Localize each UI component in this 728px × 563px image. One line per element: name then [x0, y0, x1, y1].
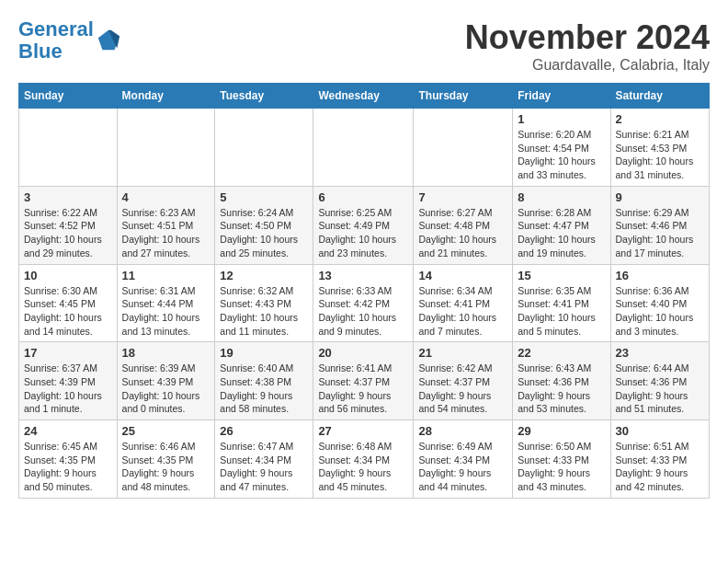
day-number: 12: [220, 269, 308, 282]
day-info: Sunrise: 6:28 AM Sunset: 4:47 PM Dayligh…: [518, 206, 605, 260]
column-header-sunday: Sunday: [19, 84, 118, 109]
column-header-saturday: Saturday: [610, 84, 710, 109]
day-number: 4: [122, 190, 210, 204]
day-cell: [414, 109, 513, 187]
day-cell: 17Sunrise: 6:37 AM Sunset: 4:39 PM Dayli…: [19, 342, 118, 420]
day-info: Sunrise: 6:34 AM Sunset: 4:41 PM Dayligh…: [418, 284, 507, 339]
day-info: Sunrise: 6:47 AM Sunset: 4:34 PM Dayligh…: [220, 440, 308, 494]
day-number: 28: [418, 424, 507, 438]
day-number: 29: [518, 424, 605, 438]
day-cell: 27Sunrise: 6:48 AM Sunset: 4:34 PM Dayli…: [313, 420, 414, 499]
week-row-1: 1Sunrise: 6:20 AM Sunset: 4:54 PM Daylig…: [19, 109, 710, 187]
day-cell: 6Sunrise: 6:25 AM Sunset: 4:49 PM Daylig…: [313, 186, 414, 264]
day-cell: 24Sunrise: 6:45 AM Sunset: 4:35 PM Dayli…: [19, 420, 118, 499]
day-info: Sunrise: 6:39 AM Sunset: 4:39 PM Dayligh…: [122, 362, 210, 416]
day-cell: 18Sunrise: 6:39 AM Sunset: 4:39 PM Dayli…: [117, 342, 215, 420]
day-info: Sunrise: 6:29 AM Sunset: 4:46 PM Dayligh…: [616, 206, 705, 260]
day-info: Sunrise: 6:24 AM Sunset: 4:50 PM Dayligh…: [220, 206, 308, 260]
day-info: Sunrise: 6:32 AM Sunset: 4:43 PM Dayligh…: [220, 284, 308, 339]
month-title: November 2024: [465, 18, 710, 57]
week-row-5: 24Sunrise: 6:45 AM Sunset: 4:35 PM Dayli…: [19, 420, 710, 499]
day-info: Sunrise: 6:41 AM Sunset: 4:37 PM Dayligh…: [318, 362, 408, 416]
day-cell: 19Sunrise: 6:40 AM Sunset: 4:38 PM Dayli…: [215, 342, 313, 420]
day-info: Sunrise: 6:43 AM Sunset: 4:36 PM Dayligh…: [518, 362, 605, 416]
day-number: 15: [518, 269, 605, 282]
calendar-table: SundayMondayTuesdayWednesdayThursdayFrid…: [18, 83, 710, 499]
day-info: Sunrise: 6:30 AM Sunset: 4:45 PM Dayligh…: [24, 284, 112, 339]
logo: GeneralBlue: [18, 18, 121, 63]
day-cell: 21Sunrise: 6:42 AM Sunset: 4:37 PM Dayli…: [414, 342, 513, 420]
day-cell: 30Sunrise: 6:51 AM Sunset: 4:33 PM Dayli…: [610, 420, 710, 499]
day-info: Sunrise: 6:51 AM Sunset: 4:33 PM Dayligh…: [616, 440, 705, 494]
day-cell: 13Sunrise: 6:33 AM Sunset: 4:42 PM Dayli…: [313, 264, 414, 342]
week-row-3: 10Sunrise: 6:30 AM Sunset: 4:45 PM Dayli…: [19, 264, 710, 342]
title-block: November 2024 Guardavalle, Calabria, Ita…: [465, 18, 710, 74]
day-cell: 23Sunrise: 6:44 AM Sunset: 4:36 PM Dayli…: [610, 342, 710, 420]
day-number: 6: [318, 190, 408, 204]
day-number: 20: [318, 346, 408, 360]
day-info: Sunrise: 6:49 AM Sunset: 4:34 PM Dayligh…: [418, 440, 507, 494]
day-info: Sunrise: 6:37 AM Sunset: 4:39 PM Dayligh…: [24, 362, 112, 416]
day-info: Sunrise: 6:40 AM Sunset: 4:38 PM Dayligh…: [220, 362, 308, 416]
day-number: 8: [518, 190, 605, 204]
day-info: Sunrise: 6:42 AM Sunset: 4:37 PM Dayligh…: [418, 362, 507, 416]
day-info: Sunrise: 6:33 AM Sunset: 4:42 PM Dayligh…: [318, 284, 408, 339]
day-cell: 5Sunrise: 6:24 AM Sunset: 4:50 PM Daylig…: [215, 186, 313, 264]
day-info: Sunrise: 6:22 AM Sunset: 4:52 PM Dayligh…: [24, 206, 112, 260]
day-number: 26: [220, 424, 308, 438]
column-header-tuesday: Tuesday: [215, 84, 313, 109]
day-cell: 26Sunrise: 6:47 AM Sunset: 4:34 PM Dayli…: [215, 420, 313, 499]
day-cell: 16Sunrise: 6:36 AM Sunset: 4:40 PM Dayli…: [610, 264, 710, 342]
day-number: 30: [616, 424, 705, 438]
day-number: 27: [318, 424, 408, 438]
day-info: Sunrise: 6:48 AM Sunset: 4:34 PM Dayligh…: [318, 440, 408, 494]
day-number: 23: [616, 346, 705, 360]
column-header-thursday: Thursday: [414, 84, 513, 109]
location-title: Guardavalle, Calabria, Italy: [465, 57, 710, 74]
day-info: Sunrise: 6:44 AM Sunset: 4:36 PM Dayligh…: [616, 362, 705, 416]
day-cell: 2Sunrise: 6:21 AM Sunset: 4:53 PM Daylig…: [610, 109, 710, 187]
column-header-wednesday: Wednesday: [313, 84, 414, 109]
calendar-header-row: SundayMondayTuesdayWednesdayThursdayFrid…: [19, 84, 710, 109]
day-cell: 28Sunrise: 6:49 AM Sunset: 4:34 PM Dayli…: [414, 420, 513, 499]
day-info: Sunrise: 6:23 AM Sunset: 4:51 PM Dayligh…: [122, 206, 210, 260]
day-cell: 7Sunrise: 6:27 AM Sunset: 4:48 PM Daylig…: [414, 186, 513, 264]
day-info: Sunrise: 6:36 AM Sunset: 4:40 PM Dayligh…: [616, 284, 705, 339]
day-cell: 8Sunrise: 6:28 AM Sunset: 4:47 PM Daylig…: [513, 186, 610, 264]
week-row-2: 3Sunrise: 6:22 AM Sunset: 4:52 PM Daylig…: [19, 186, 710, 264]
day-number: 9: [616, 190, 705, 204]
day-cell: 25Sunrise: 6:46 AM Sunset: 4:35 PM Dayli…: [117, 420, 215, 499]
day-cell: 11Sunrise: 6:31 AM Sunset: 4:44 PM Dayli…: [117, 264, 215, 342]
day-info: Sunrise: 6:35 AM Sunset: 4:41 PM Dayligh…: [518, 284, 605, 339]
day-info: Sunrise: 6:50 AM Sunset: 4:33 PM Dayligh…: [518, 440, 605, 494]
logo-text: GeneralBlue: [18, 18, 94, 63]
day-number: 22: [518, 346, 605, 360]
day-number: 18: [122, 346, 210, 360]
day-number: 21: [418, 346, 507, 360]
page-header: GeneralBlue November 2024 Guardavalle, C…: [18, 18, 710, 74]
day-cell: [313, 109, 414, 187]
day-info: Sunrise: 6:20 AM Sunset: 4:54 PM Dayligh…: [518, 128, 605, 182]
logo-icon: [96, 28, 121, 53]
day-number: 19: [220, 346, 308, 360]
day-cell: 1Sunrise: 6:20 AM Sunset: 4:54 PM Daylig…: [513, 109, 610, 187]
day-cell: 14Sunrise: 6:34 AM Sunset: 4:41 PM Dayli…: [414, 264, 513, 342]
day-number: 24: [24, 424, 112, 438]
day-info: Sunrise: 6:27 AM Sunset: 4:48 PM Dayligh…: [418, 206, 507, 260]
day-cell: 9Sunrise: 6:29 AM Sunset: 4:46 PM Daylig…: [610, 186, 710, 264]
day-cell: 12Sunrise: 6:32 AM Sunset: 4:43 PM Dayli…: [215, 264, 313, 342]
day-number: 13: [318, 269, 408, 282]
day-number: 25: [122, 424, 210, 438]
day-number: 3: [24, 190, 112, 204]
day-info: Sunrise: 6:46 AM Sunset: 4:35 PM Dayligh…: [122, 440, 210, 494]
day-cell: 29Sunrise: 6:50 AM Sunset: 4:33 PM Dayli…: [513, 420, 610, 499]
day-number: 11: [122, 269, 210, 282]
day-number: 17: [24, 346, 112, 360]
day-cell: 10Sunrise: 6:30 AM Sunset: 4:45 PM Dayli…: [19, 264, 118, 342]
day-number: 7: [418, 190, 507, 204]
day-cell: [117, 109, 215, 187]
day-info: Sunrise: 6:31 AM Sunset: 4:44 PM Dayligh…: [122, 284, 210, 339]
column-header-monday: Monday: [117, 84, 215, 109]
day-cell: [19, 109, 118, 187]
day-cell: 15Sunrise: 6:35 AM Sunset: 4:41 PM Dayli…: [513, 264, 610, 342]
